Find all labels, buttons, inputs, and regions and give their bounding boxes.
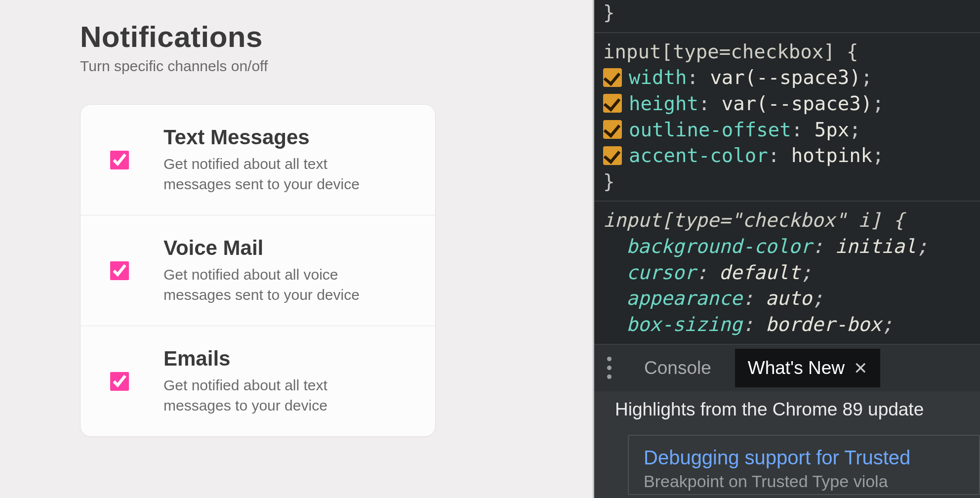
whats-new-article[interactable]: Debugging support for Trusted Breakpoint… [628,435,980,495]
css-selector[interactable]: input[type=checkbox] { [603,41,858,63]
css-val[interactable]: var(--space3) [722,92,872,115]
drawer-body: Highlights from the Chrome 89 update Deb… [594,391,980,498]
row-title: Emails [163,347,376,371]
brace-close: } [603,1,614,24]
checkbox-text-messages[interactable] [110,151,129,169]
css-val: default [719,261,800,284]
tab-console[interactable]: Console [631,349,724,387]
css-selector: input[type="checkbox" i] { [603,209,904,231]
notification-row-voice-mail: Voice Mail Get notified about all voice … [81,215,435,326]
row-text: Text Messages Get notified about all tex… [163,125,376,194]
styles-panel[interactable]: } input[type=checkbox] { width: var(--sp… [594,0,980,344]
article-subtitle: Breakpoint on Trusted Type viola [644,472,964,491]
user-agent-rule: input[type="checkbox" i] { background-co… [603,208,971,337]
property-toggle-checkbox[interactable] [603,120,622,139]
css-val: border-box [766,313,882,335]
drawer-tabstrip: Console What's New ✕ [594,345,980,391]
css-prop[interactable]: outline-offset [629,119,791,141]
whats-new-heading: Highlights from the Chrome 89 update [615,399,980,420]
tab-label: What's New [748,358,845,378]
css-prop: background-color [626,235,812,257]
rule-divider [594,32,980,33]
checkbox-voice-mail[interactable] [110,261,129,280]
property-toggle-checkbox[interactable] [603,68,622,87]
article-title[interactable]: Debugging support for Trusted [644,447,964,469]
css-prop: cursor [626,261,696,284]
row-title: Voice Mail [163,236,376,260]
row-desc: Get notified about all text messages to … [163,375,376,415]
devtools-drawer: Console What's New ✕ Highlights from the… [594,344,980,498]
kebab-menu-icon[interactable] [603,357,620,379]
property-toggle-checkbox[interactable] [603,146,622,165]
css-prop: box-sizing [626,313,742,335]
notifications-card: Text Messages Get notified about all tex… [80,104,436,437]
page-preview: Notifications Turn specific channels on/… [0,0,594,498]
css-val: auto [766,287,812,309]
row-text: Voice Mail Get notified about all voice … [163,236,376,305]
css-prop[interactable]: height [629,92,698,115]
notification-row-text-messages: Text Messages Get notified about all tex… [81,105,435,215]
css-val[interactable]: 5px [815,119,849,141]
close-icon[interactable]: ✕ [854,360,867,376]
checkbox-emails[interactable] [110,372,129,391]
row-desc: Get notified about all voice messages se… [163,265,376,305]
css-prop[interactable]: accent-color [629,144,768,166]
row-text: Emails Get notified about all text messa… [163,347,376,415]
property-toggle-checkbox[interactable] [603,94,622,113]
tab-whats-new[interactable]: What's New ✕ [735,349,880,387]
rule-divider [594,201,980,202]
notifications-heading: Notifications [80,20,593,54]
css-val[interactable]: hotpink [791,144,872,166]
css-val: initial [835,235,916,257]
css-val[interactable]: var(--space3) [710,66,860,88]
notification-row-emails: Emails Get notified about all text messa… [81,326,435,436]
css-prop: appearance [626,287,742,309]
notifications-subheading: Turn specific channels on/off [80,58,593,75]
brace-close: } [603,170,614,193]
css-prop[interactable]: width [629,66,687,88]
row-desc: Get notified about all text messages sen… [163,154,376,194]
devtools-pane: } input[type=checkbox] { width: var(--sp… [594,0,980,498]
row-title: Text Messages [163,125,376,149]
